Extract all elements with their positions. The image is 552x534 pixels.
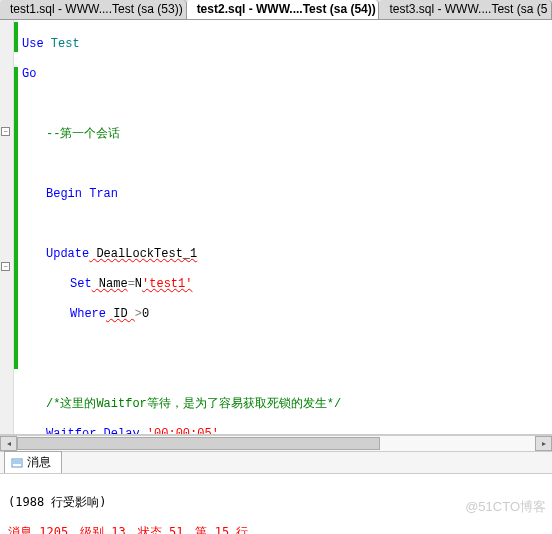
code-line: Set Name=N'test1' <box>70 277 548 292</box>
message-error-line: 消息 1205，级别 13，状态 51，第 15 行 <box>8 525 544 534</box>
tab-messages[interactable]: 消息 <box>4 451 62 473</box>
tab-test3[interactable]: test3.sql - WWW....Test (sa (5 <box>379 0 552 19</box>
change-seg <box>14 22 18 52</box>
code-line <box>22 367 548 382</box>
fold-icon[interactable]: − <box>1 127 10 136</box>
messages-tab-label: 消息 <box>27 454 51 471</box>
code-line: Where ID >0 <box>70 307 548 322</box>
code-line: Go <box>22 67 548 82</box>
code-line <box>22 337 548 352</box>
editor: − − Use Test Go --第一个会话 Begin Tran Updat… <box>0 20 552 435</box>
scroll-thumb[interactable] <box>17 437 380 450</box>
code-line: Begin Tran <box>46 187 548 202</box>
tab-test2[interactable]: test2.sql - WWW....Test (sa (54)) <box>187 0 380 19</box>
messages-pane[interactable]: (1988 行受影响) 消息 1205，级别 13，状态 51，第 15 行 事… <box>0 474 552 534</box>
messages-icon <box>11 457 23 469</box>
scroll-right-icon[interactable]: ▸ <box>535 436 552 451</box>
code-line: Update DealLockTest_1 <box>46 247 548 262</box>
code-area[interactable]: Use Test Go --第一个会话 Begin Tran Update De… <box>18 20 552 434</box>
change-seg <box>14 67 18 369</box>
message-line: (1988 行受影响) <box>8 495 544 510</box>
code-line: Use Test <box>22 37 548 52</box>
code-line: Waitfor Delay '00:00:05' <box>46 427 548 434</box>
tab-strip: test1.sql - WWW....Test (sa (53)) test2.… <box>0 0 552 20</box>
code-line <box>22 97 548 112</box>
scroll-left-icon[interactable]: ◂ <box>0 436 17 451</box>
code-line <box>22 157 548 172</box>
code-line <box>22 217 548 232</box>
scrollbar-horizontal[interactable]: ◂ ▸ <box>0 435 552 452</box>
fold-icon[interactable]: − <box>1 262 10 271</box>
messages-tabstrip: 消息 <box>0 452 552 474</box>
scroll-track[interactable] <box>17 436 535 451</box>
change-bar <box>14 20 18 434</box>
fold-gutter: − − <box>0 20 14 434</box>
tab-test1[interactable]: test1.sql - WWW....Test (sa (53)) <box>0 0 187 19</box>
code-line: --第一个会话 <box>46 127 548 142</box>
code-line: /*这里的Waitfor等待，是为了容易获取死锁的发生*/ <box>46 397 548 412</box>
